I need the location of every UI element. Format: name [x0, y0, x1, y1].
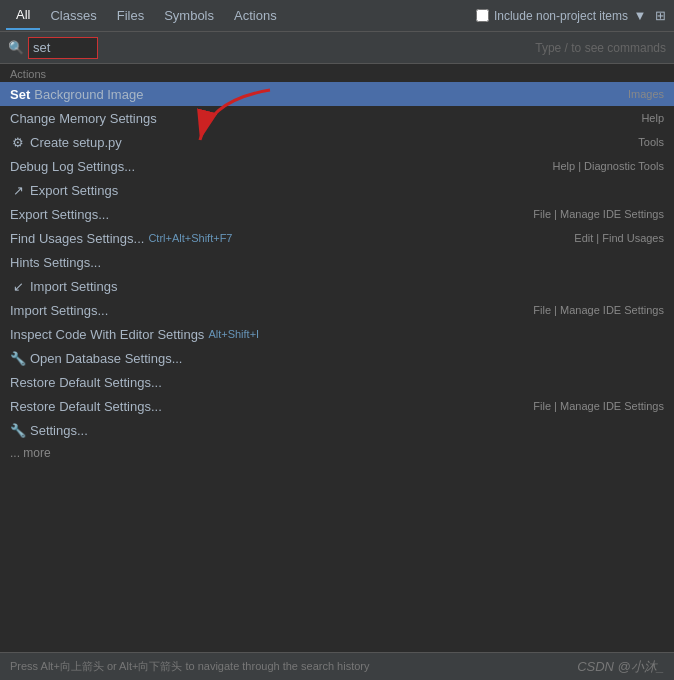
tab-files[interactable]: Files — [107, 2, 154, 29]
menu-item-find-usages[interactable]: Find Usages Settings... Ctrl+Alt+Shift+F… — [0, 226, 674, 250]
item-label-set-bg: Set Background Image — [10, 87, 618, 102]
status-bar-text: Press Alt+向上箭头 or Alt+向下箭头 to navigate t… — [10, 659, 370, 674]
item-right-import-file: File | Manage IDE Settings — [533, 304, 664, 316]
status-bar: Press Alt+向上箭头 or Alt+向下箭头 to navigate t… — [0, 652, 674, 680]
gear-icon: ⚙ — [10, 134, 26, 150]
item-text-restore-1: Restore Default Settings... — [10, 375, 162, 390]
item-text-export-group: Export Settings — [30, 183, 118, 198]
find-usages-shortcut: Ctrl+Alt+Shift+F7 — [148, 232, 232, 244]
item-label-export-group: Export Settings — [30, 183, 664, 198]
tab-actions[interactable]: Actions — [224, 2, 287, 29]
item-text-hints: Hints Settings... — [10, 255, 101, 270]
wrench-icon-settings: 🔧 — [10, 422, 26, 438]
item-right-images: Images — [628, 88, 664, 100]
menu-item-change-memory[interactable]: Change Memory Settings Help — [0, 106, 674, 130]
menu-item-open-db[interactable]: 🔧 Open Database Settings... — [0, 346, 674, 370]
menu-item-import-settings[interactable]: Import Settings... File | Manage IDE Set… — [0, 298, 674, 322]
content-area: Actions Set Background Image Images Chan… — [0, 64, 674, 652]
item-label-create-setup: Create setup.py — [30, 135, 628, 150]
item-text-create-setup: Create setup.py — [30, 135, 122, 150]
item-text-find-usages: Find Usages Settings... — [10, 231, 144, 246]
tab-all[interactable]: All — [6, 1, 40, 30]
wrench-icon-db: 🔧 — [10, 350, 26, 366]
item-text-change-memory: Change Memory Settings — [10, 111, 157, 126]
item-text-inspect: Inspect Code With Editor Settings — [10, 327, 204, 342]
menu-item-export-settings[interactable]: Export Settings... File | Manage IDE Set… — [0, 202, 674, 226]
item-label-find-usages: Find Usages Settings... Ctrl+Alt+Shift+F… — [10, 231, 564, 246]
item-label-settings: Settings... — [30, 423, 664, 438]
menu-item-debug-log[interactable]: Debug Log Settings... Help | Diagnostic … — [0, 154, 674, 178]
watermark: CSDN @小沐_ — [577, 658, 664, 676]
item-text-open-db: Open Database Settings... — [30, 351, 182, 366]
item-label-import-group: Import Settings — [30, 279, 664, 294]
item-text-bg-image: Background Image — [34, 87, 143, 102]
include-non-project-label: Include non-project items — [494, 9, 628, 23]
import-icon: ↙ — [10, 278, 26, 294]
include-non-project-area: Include non-project items — [476, 9, 628, 23]
item-right-restore-file: File | Manage IDE Settings — [533, 400, 664, 412]
item-label-export-settings: Export Settings... — [10, 207, 523, 222]
item-label-import-settings: Import Settings... — [10, 303, 523, 318]
item-right-export-file: File | Manage IDE Settings — [533, 208, 664, 220]
item-text-restore-2: Restore Default Settings... — [10, 399, 162, 414]
item-label-debug-log: Debug Log Settings... — [10, 159, 543, 174]
menu-item-inspect-code[interactable]: Inspect Code With Editor Settings Alt+Sh… — [0, 322, 674, 346]
search-icon: 🔍 — [8, 40, 24, 55]
search-input[interactable] — [33, 40, 93, 55]
menu-item-settings[interactable]: 🔧 Settings... — [0, 418, 674, 442]
tab-symbols[interactable]: Symbols — [154, 2, 224, 29]
menu-item-create-setup[interactable]: ⚙ Create setup.py Tools — [0, 130, 674, 154]
search-input-box — [28, 37, 98, 59]
filter-icon[interactable]: ▼ — [632, 8, 648, 24]
item-text-import-settings: Import Settings... — [10, 303, 108, 318]
menu-item-restore-2[interactable]: Restore Default Settings... File | Manag… — [0, 394, 674, 418]
menu-item-import-settings-group[interactable]: ↙ Import Settings — [0, 274, 674, 298]
tabs-bar: All Classes Files Symbols Actions Includ… — [0, 0, 674, 32]
section-label: Actions — [0, 64, 674, 82]
item-label-inspect: Inspect Code With Editor Settings Alt+Sh… — [10, 327, 664, 342]
item-prefix-set: Set — [10, 87, 30, 102]
item-right-find-usages: Edit | Find Usages — [574, 232, 664, 244]
menu-item-hints-settings[interactable]: Hints Settings... — [0, 250, 674, 274]
item-label-restore-2: Restore Default Settings... — [10, 399, 523, 414]
item-right-tools: Tools — [638, 136, 664, 148]
include-non-project-checkbox[interactable] — [476, 9, 489, 22]
inspect-shortcut: Alt+Shift+I — [208, 328, 259, 340]
item-text-debug-log: Debug Log Settings... — [10, 159, 135, 174]
item-text-import-group: Import Settings — [30, 279, 117, 294]
search-hint: Type / to see commands — [98, 41, 666, 55]
item-label-open-db: Open Database Settings... — [30, 351, 664, 366]
menu-item-restore-1[interactable]: Restore Default Settings... — [0, 370, 674, 394]
menu-item-set-bg-image[interactable]: Set Background Image Images — [0, 82, 674, 106]
item-text-settings: Settings... — [30, 423, 88, 438]
tab-classes[interactable]: Classes — [40, 2, 106, 29]
menu-item-export-settings-group[interactable]: ↗ Export Settings — [0, 178, 674, 202]
item-label-change-memory: Change Memory Settings — [10, 111, 631, 126]
search-row: 🔍 Type / to see commands — [0, 32, 674, 64]
layout-icon[interactable]: ⊞ — [652, 8, 668, 24]
item-label-restore-1: Restore Default Settings... — [10, 375, 664, 390]
more-link[interactable]: ... more — [0, 442, 674, 464]
item-label-hints: Hints Settings... — [10, 255, 664, 270]
item-text-export-settings: Export Settings... — [10, 207, 109, 222]
item-right-help: Help — [641, 112, 664, 124]
export-icon: ↗ — [10, 182, 26, 198]
item-right-help-diagnostic: Help | Diagnostic Tools — [553, 160, 665, 172]
